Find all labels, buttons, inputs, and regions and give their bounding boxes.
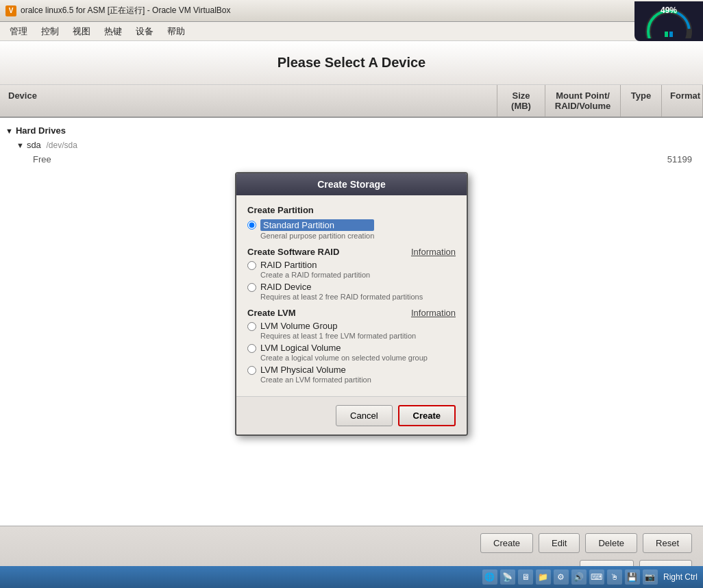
lvm-logical-volume-label: LVM Logical Volume <box>260 343 428 353</box>
column-format: Format <box>662 85 703 117</box>
raid-device-content: RAID Device Requires at least 2 free RAI… <box>260 282 423 301</box>
column-type: Type <box>621 85 662 117</box>
lvm-physical-volume-content: LVM Physical Volume Create an LVM format… <box>260 365 371 384</box>
action-buttons: Create Edit Delete Reset <box>11 533 692 553</box>
column-mount: Mount Point/RAID/Volume <box>545 85 621 117</box>
taskbar-icon-9[interactable]: 💾 <box>625 569 640 585</box>
lvm-physical-volume-desc: Create an LVM formated partition <box>260 376 371 384</box>
lvm-volume-group-label: LVM Volume Group <box>260 321 416 331</box>
raid-partition-desc: Create a RAID formated partition <box>260 271 370 279</box>
sda-chevron-icon: ▼ <box>16 141 24 149</box>
menu-help[interactable]: 帮助 <box>160 23 192 40</box>
reset-button[interactable]: Reset <box>643 533 692 553</box>
hard-drives-label: Hard Drives <box>16 125 698 136</box>
raid-device-row: RAID Device Requires at least 2 free RAI… <box>247 282 456 301</box>
lvm-logical-volume-row: LVM Logical Volume Create a logical volu… <box>247 343 456 362</box>
taskbar-icon-8[interactable]: 🖱 <box>607 569 622 585</box>
free-size: 51199 <box>650 154 698 164</box>
sda-row: ▼ sda /dev/sda <box>0 138 703 152</box>
modal-create-button[interactable]: Create <box>398 405 456 426</box>
lvm-section: Create LVM Information <box>247 308 456 318</box>
lvm-volume-group-desc: Requires at least 1 free LVM formated pa… <box>260 332 416 340</box>
create-lvm-label: Create LVM <box>247 308 296 318</box>
window-title: oralce linux6.5 for ASM [正在运行] - Oracle … <box>21 5 639 16</box>
page-title-bar: Please Select A Device <box>0 41 703 85</box>
taskbar: 🌐 📡 🖥 📁 ⚙ 🔊 ⌨ 🖱 💾 📷 Right Ctrl <box>0 566 703 588</box>
taskbar-icon-1[interactable]: 🌐 <box>482 569 497 585</box>
lvm-logical-volume-desc: Create a logical volume on selected volu… <box>260 354 428 362</box>
table-header: Device Size(MB) Mount Point/RAID/Volume … <box>0 85 703 118</box>
chevron-down-icon: ▼ <box>5 127 13 135</box>
menubar: 管理 控制 视图 热键 设备 帮助 <box>0 22 703 41</box>
column-size: Size(MB) <box>497 85 545 117</box>
menu-devices[interactable]: 设备 <box>129 23 160 40</box>
perf-percent: 49% <box>661 5 677 15</box>
taskbar-icon-10[interactable]: 📷 <box>643 569 658 585</box>
raid-partition-label: RAID Partition <box>260 260 370 270</box>
delete-button[interactable]: Delete <box>585 533 637 553</box>
menu-control[interactable]: 控制 <box>34 23 66 40</box>
standard-partition-desc: General purpose partition creation <box>260 232 374 240</box>
taskbar-icon-4[interactable]: 📁 <box>536 569 551 585</box>
modal-footer: Cancel Create <box>236 396 467 434</box>
titlebar: V oralce linux6.5 for ASM [正在运行] - Oracl… <box>0 0 703 22</box>
modal-body: Create Partition Standard Partition Gene… <box>236 195 467 396</box>
lvm-volume-group-content: LVM Volume Group Requires at least 1 fre… <box>260 321 416 340</box>
free-row: Free 51199 <box>0 152 703 167</box>
standard-partition-content: Standard Partition General purpose parti… <box>260 219 374 240</box>
perf-up-bar <box>665 32 668 37</box>
lvm-volume-group-row: LVM Volume Group Requires at least 1 fre… <box>247 321 456 340</box>
lvm-physical-volume-radio[interactable] <box>247 366 256 375</box>
create-partition-label: Create Partition <box>247 205 456 215</box>
create-button[interactable]: Create <box>480 533 533 553</box>
standard-partition-label: Standard Partition <box>260 219 374 231</box>
standard-partition-row: Standard Partition General purpose parti… <box>247 219 456 240</box>
app-icon: V <box>5 5 16 16</box>
edit-button[interactable]: Edit <box>539 533 580 553</box>
raid-device-desc: Requires at least 2 free RAID formated p… <box>260 293 423 301</box>
lvm-physical-volume-row: LVM Physical Volume Create an LVM format… <box>247 365 456 384</box>
taskbar-icon-7[interactable]: ⌨ <box>589 569 604 585</box>
taskbar-icon-2[interactable]: 📡 <box>500 569 515 585</box>
perf-down-bar <box>669 32 673 37</box>
software-raid-info-link[interactable]: Information <box>411 247 456 257</box>
lvm-info-link[interactable]: Information <box>411 308 456 318</box>
raid-partition-content: RAID Partition Create a RAID formated pa… <box>260 260 370 279</box>
standard-partition-radio[interactable] <box>247 221 256 230</box>
software-raid-section: Create Software RAID Information <box>247 247 456 257</box>
lvm-volume-group-radio[interactable] <box>247 322 256 331</box>
taskbar-icon-5[interactable]: ⚙ <box>554 569 569 585</box>
hard-drives-row: ▼ Hard Drives <box>0 123 703 138</box>
raid-device-radio[interactable] <box>247 283 256 292</box>
create-software-raid-label: Create Software RAID <box>247 247 339 257</box>
lvm-logical-volume-radio[interactable] <box>247 344 256 353</box>
performance-widget: 49% <box>634 1 703 41</box>
lvm-logical-volume-content: LVM Logical Volume Create a logical volu… <box>260 343 428 362</box>
sda-path: /dev/sda <box>46 140 77 150</box>
menu-view[interactable]: 视图 <box>66 23 97 40</box>
menu-hotkey[interactable]: 热键 <box>97 23 129 40</box>
raid-partition-row: RAID Partition Create a RAID formated pa… <box>247 260 456 279</box>
modal-title: Create Storage <box>236 173 467 195</box>
lvm-physical-volume-label: LVM Physical Volume <box>260 365 371 375</box>
sda-label: sda /dev/sda <box>27 140 698 150</box>
page-title: Please Select A Device <box>14 55 689 71</box>
menu-manage[interactable]: 管理 <box>3 23 34 40</box>
modal-cancel-button[interactable]: Cancel <box>336 405 392 426</box>
taskbar-icon-3[interactable]: 🖥 <box>518 569 533 585</box>
free-label: Free <box>33 154 650 164</box>
create-storage-modal: Create Storage Create Partition Standard… <box>235 172 468 436</box>
raid-device-label: RAID Device <box>260 282 423 292</box>
taskbar-icon-6[interactable]: 🔊 <box>571 569 587 585</box>
raid-partition-radio[interactable] <box>247 261 256 270</box>
column-device: Device <box>0 85 497 117</box>
right-ctrl-label: Right Ctrl <box>663 572 698 582</box>
